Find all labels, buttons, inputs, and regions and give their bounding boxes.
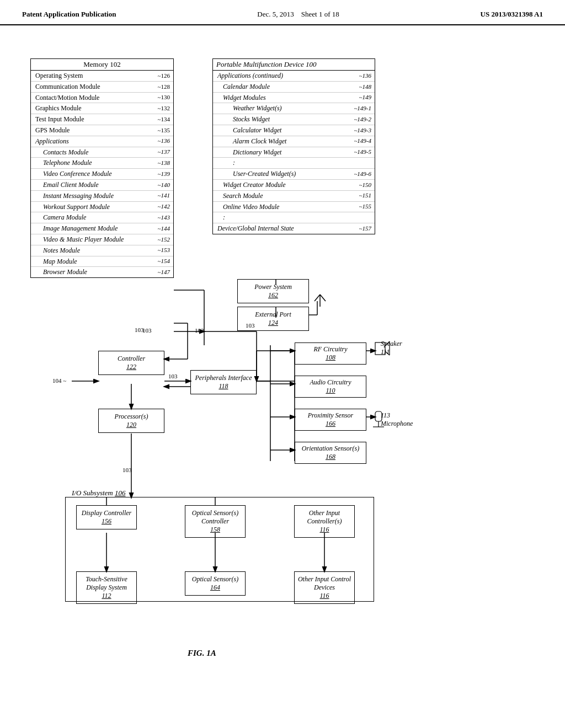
memory-row: Test Input Module~134 bbox=[31, 114, 173, 125]
optical-controller-box: Optical Sensor(s) Controller 158 bbox=[185, 505, 246, 538]
memory-row-label: Browser Module bbox=[43, 267, 87, 277]
device-row-label: Calculator Widget bbox=[233, 126, 281, 135]
other-devices-box: Other Input Control Devices 116 bbox=[294, 571, 355, 604]
device-row-ref: ~149 bbox=[359, 93, 371, 101]
controller-box: Controller 122 bbox=[98, 351, 164, 375]
memory-row-label: GPS Module bbox=[35, 126, 70, 135]
memory-row-ref: ~152 bbox=[158, 235, 170, 244]
device-row: Calculator Widget~149-3 bbox=[213, 125, 375, 136]
memory-row: Graphics Module~132 bbox=[31, 103, 173, 114]
device-row-label: Device/Global Internal State bbox=[217, 224, 294, 233]
memory-row-ref: ~139 bbox=[158, 170, 170, 178]
device-row: Widget Creator Module~150 bbox=[213, 180, 375, 191]
device-row: Search Module~151 bbox=[213, 191, 375, 202]
memory-row-ref: ~130 bbox=[158, 93, 170, 101]
rf-ref: 108 bbox=[297, 354, 364, 362]
audio-box: Audio Circuitry 110 bbox=[295, 376, 366, 398]
device-row-ref: ~150 bbox=[359, 181, 371, 189]
memory-row-label: Map Module bbox=[43, 257, 77, 266]
memory-row-ref: ~140 bbox=[158, 181, 170, 189]
controller-ref: 122 bbox=[101, 363, 162, 371]
svg-text:104 ~: 104 ~ bbox=[52, 377, 66, 384]
memory-row-label: Communication Module bbox=[35, 82, 100, 92]
memory-row: Applications~136 bbox=[31, 136, 173, 147]
orientation-ref: 168 bbox=[297, 453, 364, 461]
peripherals-label: Peripherals Interface bbox=[193, 374, 254, 382]
processor-box: Processor(s) 120 bbox=[98, 409, 164, 433]
disp-ctrl-ref: 156 bbox=[79, 517, 134, 526]
memory-row-ref: ~143 bbox=[158, 213, 170, 222]
power-ref: 162 bbox=[240, 291, 306, 299]
device-row: Calendar Module~148 bbox=[213, 82, 375, 93]
device-row-ref: ~157 bbox=[359, 224, 371, 233]
device-row-label: : bbox=[223, 213, 225, 222]
memory-row-label: Graphics Module bbox=[35, 104, 82, 113]
audio-ref: 110 bbox=[297, 387, 364, 395]
device-box: Portable Multifunction Device 100 Applic… bbox=[212, 58, 375, 234]
proximity-ref: 166 bbox=[297, 420, 364, 428]
memory-row-label: Image Management Module bbox=[43, 224, 118, 233]
external-port-box: External Port 124 bbox=[237, 307, 309, 331]
disp-ctrl-label: Display Controller bbox=[79, 509, 134, 517]
memory-row-label: Email Client Module bbox=[43, 180, 99, 190]
device-row-ref: ~149-2 bbox=[354, 115, 371, 124]
device-row: : bbox=[213, 158, 375, 169]
memory-row-ref: ~132 bbox=[158, 104, 170, 113]
memory-row-ref: ~142 bbox=[158, 202, 170, 211]
device-row-label: Dictionary Widget bbox=[233, 148, 281, 157]
device-row: Stocks Widget~149-2 bbox=[213, 114, 375, 125]
svg-line-47 bbox=[320, 295, 326, 301]
memory-row-ref: ~154 bbox=[158, 257, 170, 265]
device-row-label: Search Module bbox=[223, 191, 263, 201]
device-row-label: Calendar Module bbox=[223, 82, 270, 92]
controller-label: Controller bbox=[101, 355, 162, 363]
orientation-box: Orientation Sensor(s) 168 bbox=[295, 442, 366, 464]
device-row-ref: ~149-3 bbox=[354, 126, 371, 135]
header-right: US 2013/0321398 A1 bbox=[481, 10, 543, 19]
device-row-label: Widget Creator Module bbox=[223, 180, 286, 190]
memory-row: Telephone Module~138 bbox=[31, 158, 173, 169]
memory-row-ref: ~147 bbox=[158, 268, 170, 276]
device-row-label: Alarm Clock Widget bbox=[233, 137, 286, 146]
other-dev-ref: 116 bbox=[297, 592, 352, 600]
device-box-title: Portable Multifunction Device 100 bbox=[213, 59, 375, 71]
svg-text:103: 103 bbox=[142, 327, 152, 334]
opt-sensor-label: Optical Sensor(s) bbox=[188, 575, 243, 584]
memory-row: Map Module~154 bbox=[31, 256, 173, 267]
memory-row-ref: ~141 bbox=[158, 191, 170, 200]
svg-text:103: 103 bbox=[122, 467, 132, 473]
memory-row-label: Video Conference Module bbox=[43, 169, 112, 179]
device-row: Weather Widget(s)~149-1 bbox=[213, 103, 375, 114]
other-input-controller-box: Other Input Controller(s) 116 bbox=[294, 505, 355, 538]
audio-label: Audio Circuitry bbox=[297, 378, 364, 387]
memory-row: Email Client Module~140 bbox=[31, 180, 173, 191]
device-row-ref: ~151 bbox=[359, 191, 371, 200]
touch-display-box: Touch-Sensitive Display System 112 bbox=[76, 571, 137, 604]
device-row: Device/Global Internal State~157 bbox=[213, 223, 375, 234]
memory-row: Contacts Module~137 bbox=[31, 147, 173, 158]
memory-row-label: Workout Support Module bbox=[43, 202, 110, 212]
memory-row-ref: ~128 bbox=[158, 83, 170, 91]
memory-row: Workout Support Module~142 bbox=[31, 202, 173, 213]
memory-row-ref: ~126 bbox=[158, 72, 170, 80]
memory-row: Browser Module~147 bbox=[31, 267, 173, 277]
memory-row-label: Operating System bbox=[35, 71, 83, 81]
memory-row-ref: ~144 bbox=[158, 224, 170, 233]
svg-text:103: 103 bbox=[135, 326, 144, 333]
memory-row-label: Camera Module bbox=[43, 213, 86, 222]
device-row-label: Online Video Module bbox=[223, 202, 279, 212]
speaker-label: Speaker 111 bbox=[381, 340, 402, 356]
device-row-ref: ~149-5 bbox=[354, 148, 371, 156]
device-row-ref: ~148 bbox=[359, 83, 371, 91]
memory-row-label: Video & Music Player Module bbox=[43, 235, 124, 244]
device-row-label: : bbox=[233, 158, 235, 168]
device-row-ref: ~149-4 bbox=[354, 137, 371, 145]
processor-label: Processor(s) bbox=[101, 413, 162, 421]
memory-row-label: Test Input Module bbox=[35, 115, 84, 124]
svg-text:103: 103 bbox=[168, 373, 178, 379]
orientation-label: Orientation Sensor(s) bbox=[297, 445, 364, 453]
touch-ref: 112 bbox=[79, 592, 134, 600]
memory-row: GPS Module~135 bbox=[31, 125, 173, 136]
other-ctrl-label: Other Input Controller(s) bbox=[297, 509, 352, 526]
device-row-label: Widget Modules bbox=[223, 93, 266, 103]
